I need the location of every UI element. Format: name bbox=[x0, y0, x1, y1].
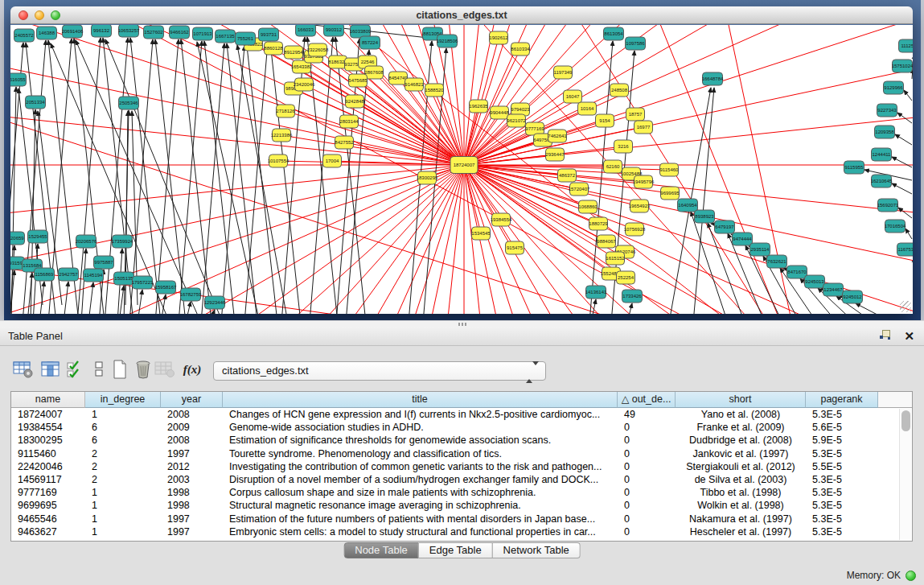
splitter-handle-icon[interactable] bbox=[458, 323, 468, 326]
graph-node-label: 1615152 bbox=[606, 256, 625, 261]
graph-node-label: 9474444 bbox=[733, 237, 752, 241]
graph-node-label: 62160 bbox=[606, 164, 620, 169]
table-cell: Estimation of significance thresholds fo… bbox=[223, 434, 618, 447]
graph-edge bbox=[349, 122, 464, 165]
table-cell: 2 bbox=[85, 460, 161, 473]
table-cell: 2008 bbox=[161, 408, 223, 421]
network-window[interactable]: citations_edges.txt 18724007183002951938… bbox=[10, 6, 913, 314]
column-header-short[interactable]: short bbox=[676, 392, 806, 408]
column-header-out_de[interactable]: △ out_de... bbox=[618, 392, 676, 408]
table-cell: 1998 bbox=[161, 486, 223, 499]
table-cell: 2008 bbox=[161, 434, 223, 447]
table-row[interactable]: 946362711997Embryonic stem cells: a mode… bbox=[11, 525, 912, 538]
table-row[interactable]: 1872400712008Changes of HCN gene express… bbox=[11, 408, 912, 421]
tab-edge-table[interactable]: Edge Table bbox=[419, 542, 493, 558]
graph-node-label: 18757 bbox=[629, 112, 643, 117]
graph-node-label: 996132 bbox=[93, 28, 110, 33]
network-graph[interactable]: 1872400718300295193845541962635990444897… bbox=[10, 25, 913, 314]
graph-node-label: 2051334 bbox=[26, 100, 45, 105]
node-attribute-table[interactable]: namein_degreeyeartitle△ out_de...shortpa… bbox=[10, 391, 913, 542]
select-all-icon[interactable] bbox=[63, 357, 87, 381]
table-row[interactable]: 977716911998Corpus callosum shape and si… bbox=[11, 486, 912, 499]
network-view-background: citations_edges.txt 18724007183002951938… bbox=[0, 0, 924, 320]
table-row[interactable]: 1938455462009Genome-wide association stu… bbox=[11, 421, 912, 434]
panel-splitter[interactable] bbox=[0, 320, 924, 327]
table-row[interactable]: 969969511998Structural magnetic resonanc… bbox=[11, 499, 912, 512]
float-panel-icon[interactable] bbox=[879, 329, 891, 344]
table-cell: 2012 bbox=[161, 460, 223, 473]
table-cell: Disruption of a novel member of a sodium… bbox=[223, 473, 618, 486]
memory-status-indicator[interactable] bbox=[906, 571, 916, 581]
graph-node-label: 15720407 bbox=[569, 187, 590, 192]
table-cell: Structural magnetic resonance image aver… bbox=[223, 499, 618, 512]
table-cell: 0 bbox=[618, 460, 676, 473]
window-zoom-button[interactable] bbox=[51, 10, 60, 20]
column-header-title[interactable]: title bbox=[223, 392, 618, 408]
graph-node-label: 1733426 bbox=[622, 294, 642, 299]
table-cell: 9463627 bbox=[11, 525, 85, 538]
scrollbar-thumb[interactable] bbox=[901, 410, 910, 431]
table-header-row: namein_degreeyeartitle△ out_de...shortpa… bbox=[11, 392, 912, 408]
graph-node-label: 2867608 bbox=[364, 70, 384, 75]
graph-node-label: 10107554 bbox=[268, 159, 290, 163]
window-close-button[interactable] bbox=[18, 10, 28, 20]
table-cell: Corpus callosum shape and size in male p… bbox=[223, 486, 618, 499]
network-canvas[interactable]: 1872400718300295193845541962635990444897… bbox=[10, 25, 913, 314]
left-frame-strip bbox=[0, 0, 4, 320]
table-cell: 5.3E-5 bbox=[806, 473, 878, 486]
graph-node-label: 1097586 bbox=[626, 41, 645, 46]
table-cell: Embryonic stem cells: a model to study s… bbox=[223, 525, 618, 538]
table-toolbar: f(x) citations_edges.txt bbox=[0, 356, 924, 385]
graph-node-label: 12923446 bbox=[204, 300, 226, 305]
graph-node-label: 6479197 bbox=[715, 225, 734, 229]
table-row[interactable]: 1456911722003Disruption of a novel membe… bbox=[11, 473, 912, 486]
table-cell: 9465546 bbox=[11, 513, 85, 525]
graph-edge bbox=[898, 208, 912, 218]
graph-node-label: 8860128 bbox=[264, 46, 283, 51]
graph-edge bbox=[130, 38, 161, 314]
graph-node-label: 1962635 bbox=[469, 104, 488, 109]
table-selector-dropdown[interactable]: citations_edges.txt bbox=[213, 361, 546, 381]
graph-node-label: 9904448 bbox=[490, 110, 509, 115]
graph-node-label: 166033 bbox=[298, 27, 314, 32]
table-body: 1872400712008Changes of HCN gene express… bbox=[11, 408, 912, 538]
delete-column-icon[interactable] bbox=[131, 357, 155, 381]
status-bar: Memory: OK bbox=[847, 570, 916, 581]
graph-node-label: 8938923 bbox=[695, 214, 714, 219]
tab-network-table[interactable]: Network Table bbox=[493, 542, 581, 558]
column-header-year[interactable]: year bbox=[161, 392, 223, 408]
graph-node-label: 1534545 bbox=[471, 231, 491, 236]
graph-edge bbox=[892, 183, 912, 194]
graph-edge bbox=[155, 39, 186, 314]
create-column-icon[interactable] bbox=[108, 357, 132, 381]
tab-node-table[interactable]: Node Table bbox=[343, 542, 419, 558]
table-cell: 14569117 bbox=[11, 473, 85, 486]
table-row[interactable]: 2242004622012Investigating the contribut… bbox=[11, 460, 912, 473]
column-header-in_degree[interactable]: in_degree bbox=[85, 392, 161, 408]
table-row[interactable]: 911546021997Tourette syndrome. Phenomeno… bbox=[11, 447, 912, 460]
table-cell: 2 bbox=[85, 447, 161, 460]
table-cell: 0 bbox=[618, 434, 676, 447]
table-cell: Yano et al. (2008) bbox=[676, 408, 806, 421]
column-header-pagerank[interactable]: pagerank bbox=[806, 392, 878, 408]
show-columns-icon[interactable] bbox=[39, 357, 63, 381]
graph-edge bbox=[181, 39, 211, 314]
graph-edge bbox=[247, 165, 464, 314]
graph-node-label: 16648784 bbox=[702, 76, 724, 81]
table-cell: 0 bbox=[618, 421, 676, 434]
table-cell: 49 bbox=[618, 408, 676, 421]
graph-node-label: 9245013 bbox=[805, 279, 824, 284]
table-row[interactable]: 1830029562008Estimation of significance … bbox=[11, 434, 912, 447]
function-builder-icon[interactable]: f(x) bbox=[180, 357, 204, 381]
table-row[interactable]: 946554611997Estimation of the future num… bbox=[11, 513, 912, 525]
window-resize-grip[interactable] bbox=[900, 301, 911, 312]
window-minimize-button[interactable] bbox=[35, 10, 44, 20]
graph-node-label: 111253 bbox=[901, 43, 913, 48]
network-window-titlebar[interactable]: citations_edges.txt bbox=[10, 6, 913, 24]
column-header-name[interactable]: name bbox=[11, 392, 85, 408]
graph-node-label: 15692071 bbox=[877, 203, 899, 208]
close-panel-icon[interactable]: ✕ bbox=[904, 330, 914, 343]
table-vertical-scrollbar[interactable] bbox=[899, 409, 911, 540]
table-mode-icon[interactable] bbox=[11, 357, 35, 381]
graph-node-label: 2516055 bbox=[10, 77, 26, 82]
